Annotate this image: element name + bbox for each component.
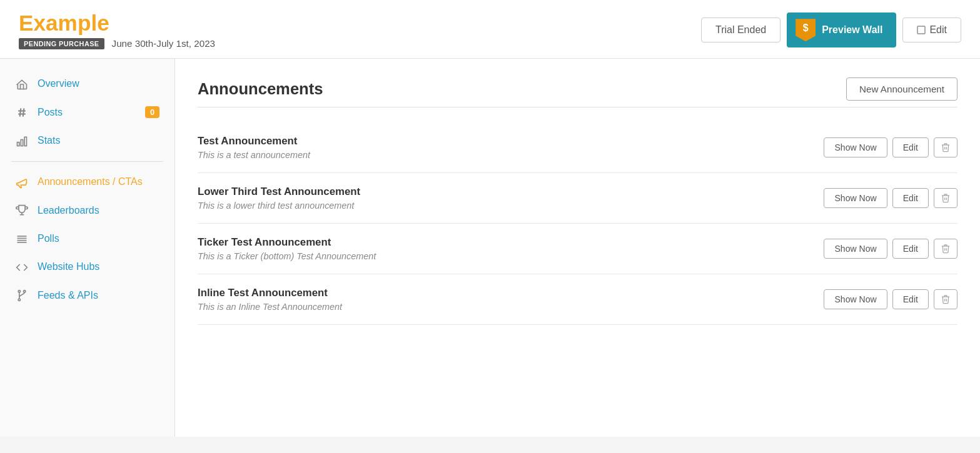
announcement-row: Ticker Test Announcement This is a Ticke… xyxy=(198,224,957,274)
trophy-icon xyxy=(15,204,29,217)
sidebar-item-website-hubs[interactable]: Website Hubs xyxy=(0,253,174,281)
announcement-actions: Show Now Edit xyxy=(824,188,957,208)
announcement-description: This is a test announcement xyxy=(198,150,824,160)
show-now-button[interactable]: Show Now xyxy=(824,289,887,309)
sidebar-item-polls[interactable]: Polls xyxy=(0,224,174,252)
header-actions: Trial Ended $ Preview Wall Edit xyxy=(701,12,961,47)
sidebar-item-announcements[interactable]: Announcements / CTAs xyxy=(0,168,174,196)
show-now-button[interactable]: Show Now xyxy=(824,239,887,259)
announcement-info: Test Announcement This is a test announc… xyxy=(198,135,824,160)
announcement-row: Lower Third Test Announcement This is a … xyxy=(198,173,957,224)
hash-icon xyxy=(15,106,29,119)
sidebar-divider-1 xyxy=(11,161,163,162)
pending-badge: PENDING PURCHASE xyxy=(19,38,104,49)
sidebar-label-overview: Overview xyxy=(38,78,79,89)
announcement-actions: Show Now Edit xyxy=(824,289,957,309)
event-date: June 30th-July 1st, 2023 xyxy=(112,38,215,49)
sidebar-item-overview[interactable]: Overview xyxy=(0,70,174,98)
delete-announcement-button[interactable] xyxy=(934,239,957,259)
sidebar-label-feeds-apis: Feeds & APIs xyxy=(38,290,98,301)
sidebar-item-feeds-apis[interactable]: Feeds & APIs xyxy=(0,281,174,309)
home-icon xyxy=(15,77,29,91)
show-now-button[interactable]: Show Now xyxy=(824,188,887,208)
new-announcement-button[interactable]: New Announcement xyxy=(846,77,957,101)
preview-wall-button[interactable]: $ Preview Wall xyxy=(787,12,896,47)
delete-announcement-button[interactable] xyxy=(934,289,957,309)
header-subtitle: PENDING PURCHASE June 30th-July 1st, 202… xyxy=(19,38,215,49)
megaphone-icon xyxy=(15,176,29,189)
svg-line-3 xyxy=(23,109,24,117)
svg-rect-5 xyxy=(21,139,23,146)
announcement-actions: Show Now Edit xyxy=(824,239,957,259)
svg-rect-4 xyxy=(18,142,19,146)
section-header: Announcements New Announcement xyxy=(198,77,957,101)
edit-icon xyxy=(917,26,926,34)
posts-badge: 0 xyxy=(145,106,159,118)
announcement-description: This is a Ticker (bottom) Test Announcem… xyxy=(198,251,824,261)
list-icon xyxy=(15,232,29,245)
sidebar-item-posts[interactable]: Posts 0 xyxy=(0,98,174,126)
sidebar-label-polls: Polls xyxy=(38,233,59,244)
fork-icon xyxy=(15,289,29,302)
announcement-name: Inline Test Announcement xyxy=(198,287,824,299)
trial-ended-button[interactable]: Trial Ended xyxy=(701,17,780,42)
sidebar-item-stats[interactable]: Stats xyxy=(0,126,174,154)
sidebar: Overview Posts 0 Stats xyxy=(0,59,175,437)
announcement-info: Lower Third Test Announcement This is a … xyxy=(198,186,824,211)
page-layout: Overview Posts 0 Stats xyxy=(0,59,980,437)
announcement-description: This is an Inline Test Announcement xyxy=(198,302,824,312)
sidebar-label-stats: Stats xyxy=(38,135,60,146)
svg-point-15 xyxy=(18,299,20,301)
svg-point-13 xyxy=(18,291,20,292)
stats-icon xyxy=(15,134,29,147)
trash-icon xyxy=(941,193,951,203)
announcement-info: Inline Test Announcement This is an Inli… xyxy=(198,287,824,312)
svg-point-14 xyxy=(24,291,26,292)
svg-line-2 xyxy=(20,109,21,117)
section-divider xyxy=(198,107,957,107)
edit-announcement-button[interactable]: Edit xyxy=(892,289,929,309)
delete-announcement-button[interactable] xyxy=(934,137,957,157)
show-now-button[interactable]: Show Now xyxy=(824,137,887,157)
page-title: Announcements xyxy=(198,80,323,98)
dollar-badge: $ xyxy=(796,19,816,41)
announcement-name: Ticker Test Announcement xyxy=(198,236,824,249)
trash-icon xyxy=(941,244,951,254)
preview-wall-label: Preview Wall xyxy=(822,24,882,36)
announcements-list: Test Announcement This is a test announc… xyxy=(198,122,957,325)
header-left: Example PENDING PURCHASE June 30th-July … xyxy=(19,11,215,49)
edit-announcement-button[interactable]: Edit xyxy=(892,137,929,157)
announcement-actions: Show Now Edit xyxy=(824,137,957,157)
delete-announcement-button[interactable] xyxy=(934,188,957,208)
app-title: Example xyxy=(19,11,215,36)
sidebar-label-announcements: Announcements / CTAs xyxy=(38,176,143,187)
sidebar-label-website-hubs: Website Hubs xyxy=(38,261,99,272)
announcement-row: Test Announcement This is a test announc… xyxy=(198,122,957,173)
edit-header-button[interactable]: Edit xyxy=(902,17,961,42)
announcement-description: This is a lower third test announcement xyxy=(198,201,824,211)
sidebar-label-posts: Posts xyxy=(38,107,63,118)
main-content: Announcements New Announcement Test Anno… xyxy=(175,59,980,437)
code-icon xyxy=(15,261,29,274)
edit-header-label: Edit xyxy=(929,24,947,36)
trash-icon xyxy=(941,294,951,304)
trash-icon xyxy=(941,142,951,152)
sidebar-label-leaderboards: Leaderboards xyxy=(38,205,99,216)
announcement-name: Test Announcement xyxy=(198,135,824,147)
announcement-info: Ticker Test Announcement This is a Ticke… xyxy=(198,236,824,261)
sidebar-item-leaderboards[interactable]: Leaderboards xyxy=(0,196,174,224)
announcement-name: Lower Third Test Announcement xyxy=(198,186,824,198)
header: Example PENDING PURCHASE June 30th-July … xyxy=(0,0,980,59)
edit-announcement-button[interactable]: Edit xyxy=(892,188,929,208)
announcement-row: Inline Test Announcement This is an Inli… xyxy=(198,274,957,325)
svg-rect-6 xyxy=(24,137,26,146)
edit-announcement-button[interactable]: Edit xyxy=(892,239,929,259)
